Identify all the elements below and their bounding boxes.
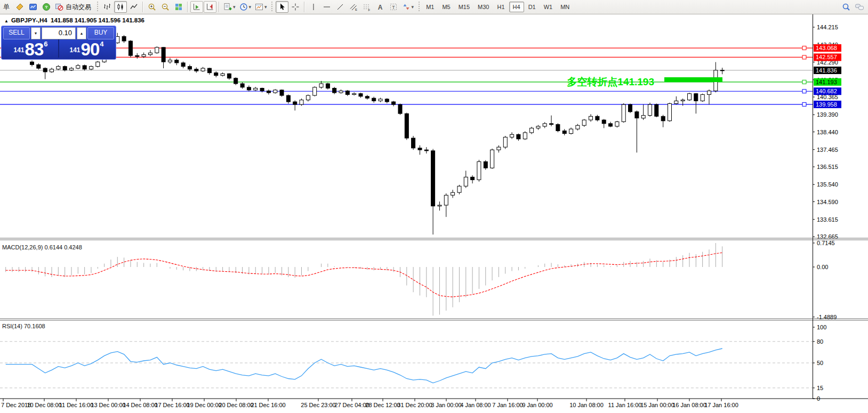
tab-timeframe-H1[interactable]: H1 [494,2,509,12]
svg-text:28 Dec 12:00: 28 Dec 12:00 [365,402,400,408]
one-click-trade-panel: SELL ▼ 0.10 ▲ BUY 141 83 6 141 90 4 [1,26,116,60]
chevron-down-icon: ▾ [412,5,414,10]
buy-price[interactable]: 141 90 4 [58,39,114,58]
sell-price-pip: 6 [44,40,47,48]
templates-button[interactable]: ▾ [253,1,269,13]
toolbar: 单 自动交易 ▾ ▾ [0,0,868,14]
volume-increase-button[interactable]: ▲ [77,27,86,39]
search-button[interactable] [840,1,853,13]
search-icon [842,3,850,11]
svg-text:142.557: 142.557 [816,54,837,60]
crosshair-icon [291,3,300,11]
fibonacci-icon: F [363,3,371,11]
crosshair-button[interactable] [289,1,302,13]
line-handle[interactable] [802,90,806,93]
zoom-out-button[interactable] [159,1,172,13]
svg-text:21 Dec 16:00: 21 Dec 16:00 [251,402,285,408]
signal-icon [42,3,51,11]
ohlc-values: 141.858 141.905 141.596 141.836 [51,17,144,23]
line-handle[interactable] [802,46,806,50]
signals-button[interactable] [40,1,53,13]
arrows-icon [402,3,411,11]
fibonacci-button[interactable]: F [360,1,373,13]
toolbar-grip[interactable] [417,2,420,12]
autotrading-button[interactable]: 自动交易 [53,1,94,13]
tab-timeframe-D1[interactable]: D1 [525,2,540,12]
trendline-icon [336,3,344,11]
text-button[interactable]: A [374,1,387,13]
toolbar-grip[interactable] [271,2,274,12]
svg-text:141.193: 141.193 [816,79,837,85]
pivot-annotation-text[interactable]: 多空转折点141.193 [567,76,654,87]
collapse-panel-icon[interactable]: ▲ [4,19,9,23]
tab-timeframe-M1[interactable]: M1 [422,2,438,12]
svg-text:134.590: 134.590 [817,199,838,205]
tab-timeframe-H4[interactable]: H4 [509,2,524,12]
zoom-in-button[interactable] [146,1,158,13]
tab-timeframe-W1[interactable]: W1 [540,2,557,12]
zoom-in-icon [148,3,156,11]
svg-text:-1.4889: -1.4889 [817,314,837,320]
line-handle[interactable] [802,102,806,106]
chat-button[interactable] [853,1,866,13]
volume-decrease-button[interactable]: ▼ [31,27,41,39]
bar-chart-button[interactable] [101,1,114,13]
volume-input[interactable]: 0.10 [42,27,76,39]
toolbar-grip[interactable] [96,2,99,12]
tab-timeframe-M15[interactable]: M15 [455,2,473,12]
periods-button[interactable]: ▾ [238,1,253,13]
text-a-icon: A [376,3,384,11]
chart-shift-icon [206,3,214,11]
line-chart-icon [130,3,138,11]
auto-scroll-button[interactable] [190,1,203,13]
price-chart[interactable]: 144.215143.240142.290141.315140.365139.3… [0,14,868,413]
new-order-button[interactable] [13,1,26,13]
sell-price[interactable]: 141 83 6 [3,39,58,58]
trendline-button[interactable] [334,1,347,13]
chart-background [0,14,868,413]
indicators-button[interactable]: ▾ [222,1,237,13]
clock-icon [239,3,248,11]
sell-price-big: 83 [25,42,44,56]
macd-values: 0.6144 0.4248 [44,244,82,250]
svg-text:138.440: 138.440 [817,129,838,135]
candlestick-chart-button[interactable] [114,1,127,13]
tab-timeframe-M30[interactable]: M30 [474,2,493,12]
zoom-out-icon [161,3,170,11]
buy-price-pip: 4 [100,40,103,48]
cursor-button[interactable] [276,1,288,13]
channel-button[interactable]: E [347,1,360,13]
toolbar-separator [304,2,305,12]
line-chart-button[interactable] [127,1,140,13]
autotrading-icon [55,3,63,11]
svg-text:7 Jan 16:00: 7 Jan 16:00 [492,402,523,408]
candlestick-chart-icon [116,3,125,11]
vertical-line-button[interactable] [307,1,320,13]
new-order-icon [15,3,24,11]
autotrading-label: 自动交易 [65,3,92,12]
line-handle[interactable] [802,55,806,59]
buy-button[interactable]: BUY [87,27,114,39]
chart-shift-button[interactable] [204,1,216,13]
line-handle[interactable] [802,80,806,84]
market-watch-button[interactable] [27,1,39,13]
svg-text:25 Dec 23:00: 25 Dec 23:00 [301,402,335,408]
svg-text:135.540: 135.540 [817,181,838,188]
pivot-annotation-bar[interactable] [664,77,722,82]
svg-text:10 Jan 08:00: 10 Jan 08:00 [569,402,604,408]
svg-text:T: T [392,5,395,10]
svg-text:11 Dec 16:00: 11 Dec 16:00 [59,402,94,408]
rsi-label: RSI(14) 70.1608 [2,323,45,329]
tab-timeframe-MN[interactable]: MN [557,2,573,12]
tab-timeframe-M5[interactable]: M5 [438,2,454,12]
svg-text:4 Jan 08:00: 4 Jan 08:00 [460,402,491,408]
chevron-down-icon: ▾ [249,5,252,10]
arrows-button[interactable]: ▾ [400,1,416,13]
tile-windows-button[interactable] [172,1,185,13]
sell-button[interactable]: SELL [3,27,30,39]
text-label-button[interactable]: T [387,1,400,13]
menu-item-order[interactable]: 单 [2,3,13,12]
horizontal-line-button[interactable] [320,1,333,13]
indicators-icon [223,3,232,11]
template-icon [255,3,263,11]
